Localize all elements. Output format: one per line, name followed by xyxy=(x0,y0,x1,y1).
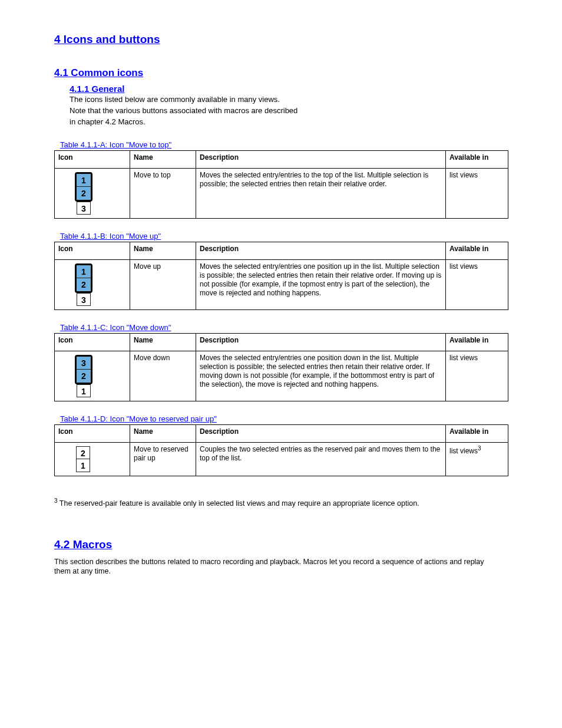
col-where-hdr: Available in xyxy=(446,333,508,351)
col-where-hdr: Available in xyxy=(446,242,508,259)
table-row: 1 2 3 Move to topMoves the selected entr… xyxy=(55,168,508,218)
table-row: 2 1 Move to reserved pair upCouples the … xyxy=(55,442,508,476)
cell-icon: 1 2 3 xyxy=(55,259,130,309)
cell-name: Move down xyxy=(130,351,196,401)
col-desc-hdr: Description xyxy=(196,242,446,259)
section-4-1[interactable]: 4.1 Common icons xyxy=(54,67,508,79)
page-title: 4 Icons and buttons xyxy=(54,33,508,46)
table-caption: Table 4.1.1-B: Icon "Move up" xyxy=(60,232,508,241)
domino-icon: 1 2 xyxy=(75,172,92,202)
reserved-pair-icon: 2 1 xyxy=(76,446,90,472)
section-4-1-1[interactable]: 4.1.1 General xyxy=(70,84,508,94)
col-where-hdr: Available in xyxy=(446,150,508,168)
col-name-hdr: Name xyxy=(130,242,196,259)
cell-desc: Moves the selected entry/entries to the … xyxy=(196,168,446,218)
section-4-1-1-text-2: Note that the various buttons associated… xyxy=(70,106,508,116)
tables-container: Table 4.1.1-A: Icon "Move to top"IconNam… xyxy=(54,140,508,476)
section-4-2-text: This section describes the buttons relat… xyxy=(54,557,502,577)
cell-desc: Moves the selected entry/entries one pos… xyxy=(196,351,446,401)
section-4-1-1-text-3: in chapter 4.2 Macros. xyxy=(70,117,508,127)
col-name-hdr: Name xyxy=(130,333,196,351)
table-caption: Table 4.1.1-C: Icon "Move down" xyxy=(60,323,508,332)
col-name-hdr: Name xyxy=(130,424,196,442)
icon-table: IconNameDescriptionAvailable in 3 2 1 Mo… xyxy=(54,333,508,401)
domino-trail-icon: 3 xyxy=(77,293,91,306)
section-4-1-1-text-1: The icons listed below are commonly avai… xyxy=(70,95,508,105)
cell-icon: 1 2 3 xyxy=(55,168,130,218)
table-row: 1 2 3 Move upMoves the selected entry/en… xyxy=(55,259,508,309)
col-where-hdr: Available in xyxy=(446,424,508,442)
cell-name: Move to top xyxy=(130,168,196,218)
cell-where: list views xyxy=(446,168,508,218)
footnote-marker: 3 xyxy=(54,498,58,504)
col-desc-hdr: Description xyxy=(196,424,446,442)
cell-icon: 3 2 1 xyxy=(55,351,130,401)
col-desc-hdr: Description xyxy=(196,333,446,351)
col-icon-hdr: Icon xyxy=(55,242,130,259)
cell-where: list views xyxy=(446,259,508,309)
section-4-2[interactable]: 4.2 Macros xyxy=(54,538,508,551)
table-caption: Table 4.1.1-A: Icon "Move to top" xyxy=(60,140,508,149)
domino-icon: 3 2 xyxy=(75,355,92,384)
icon-table: IconNameDescriptionAvailable in 1 2 3 Mo… xyxy=(54,150,508,219)
col-icon-hdr: Icon xyxy=(55,333,130,351)
cell-name: Move up xyxy=(130,259,196,309)
icon-table: IconNameDescriptionAvailable in 2 1 Move… xyxy=(54,424,508,476)
col-icon-hdr: Icon xyxy=(55,424,130,442)
footnote: 3 The reserved-pair feature is available… xyxy=(54,498,508,508)
table-caption: Table 4.1.1-D: Icon "Move to reserved pa… xyxy=(60,414,508,423)
heading-link[interactable]: 4 Icons and buttons xyxy=(54,33,160,45)
col-name-hdr: Name xyxy=(130,150,196,168)
cell-desc: Couples the two selected entries as the … xyxy=(196,442,446,476)
cell-name: Move to reserved pair up xyxy=(130,442,196,476)
icon-table: IconNameDescriptionAvailable in 1 2 3 Mo… xyxy=(54,242,508,310)
col-desc-hdr: Description xyxy=(196,150,446,168)
cell-desc: Moves the selected entry/entries one pos… xyxy=(196,259,446,309)
domino-icon: 1 2 xyxy=(75,263,92,293)
cell-where: list views3 xyxy=(446,442,508,476)
domino-trail-icon: 3 xyxy=(77,202,91,215)
col-icon-hdr: Icon xyxy=(55,150,130,168)
table-row: 3 2 1 Move downMoves the selected entry/… xyxy=(55,351,508,401)
domino-trail-icon: 1 xyxy=(77,384,91,397)
cell-icon: 2 1 xyxy=(55,442,130,476)
cell-where: list views xyxy=(446,351,508,401)
footnote-text: The reserved-pair feature is available o… xyxy=(59,499,419,508)
